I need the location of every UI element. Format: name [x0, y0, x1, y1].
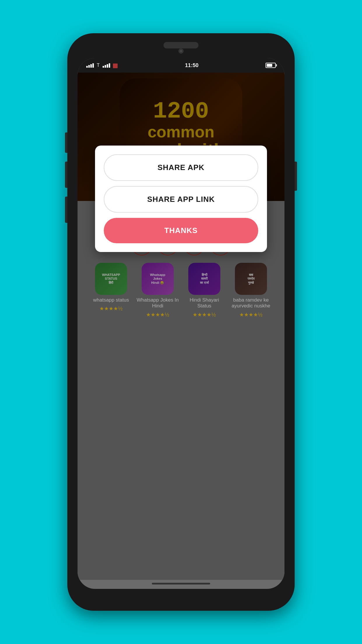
phone-device: T ▦ 11:50 1200 [67, 33, 295, 611]
status-time: 11:50 [185, 62, 198, 69]
battery-icon [266, 63, 276, 68]
modal-card: SHARE APK SHARE APP LINK THANKS [95, 146, 267, 252]
data-icon: ▦ [113, 62, 118, 69]
status-left: T ▦ [86, 62, 118, 69]
mute-button [65, 132, 67, 153]
power-button [295, 162, 297, 191]
share-apk-button[interactable]: SHARE APK [104, 154, 258, 181]
signal-bar-1 [86, 66, 88, 68]
carrier-icon: T [97, 63, 100, 68]
status-bar: T ▦ 11:50 [78, 58, 284, 73]
camera [178, 48, 184, 54]
volume-up-button [65, 162, 67, 188]
battery-fill [267, 64, 272, 67]
signal-bar-2 [88, 65, 90, 68]
signal-bar-4 [92, 63, 94, 68]
app-content: 1200 common word with हिंदि SHARE APK SH… [78, 73, 284, 580]
speaker [164, 42, 198, 48]
signal-bars-2 [103, 63, 110, 68]
modal-overlay: SHARE APK SHARE APP LINK THANKS [78, 73, 284, 580]
signal-bar-3 [90, 64, 92, 68]
phone-screen: T ▦ 11:50 1200 [78, 58, 284, 589]
status-right [266, 63, 276, 68]
signal-bars [86, 63, 94, 68]
volume-down-button [65, 197, 67, 223]
thanks-button[interactable]: THANKS [104, 218, 258, 243]
home-bar [152, 583, 210, 584]
share-app-link-button[interactable]: SHARE APP LINK [104, 186, 258, 213]
